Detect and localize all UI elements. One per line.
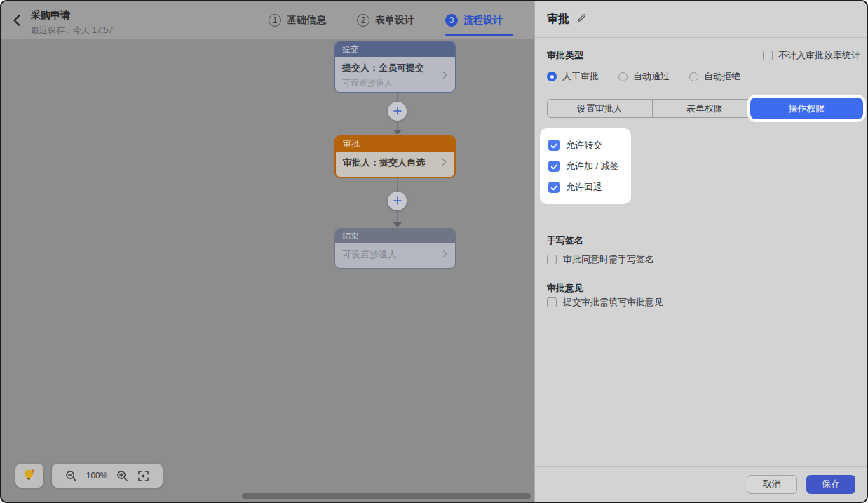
arrow-down-icon (393, 222, 402, 227)
submit-node-body: 提交人：全员可提交 可设置抄送人 (335, 57, 455, 93)
checkbox-checked-icon (548, 140, 560, 151)
title-block: 采购申请 最近保存：今天 17:57 (31, 9, 113, 36)
step-basic-info[interactable]: 1 基础信息 (269, 14, 326, 27)
step-form-design[interactable]: 2 表单设计 (357, 14, 414, 27)
approval-node-title: 审批人：提交人自选 (343, 156, 430, 169)
radio-label: 自动通过 (633, 70, 670, 83)
chevron-right-icon (442, 69, 447, 82)
comment-checkbox[interactable]: 提交审批需填写审批意见 (547, 296, 663, 309)
panel-title: 审批 (547, 12, 569, 27)
arrow-down-icon (393, 130, 402, 135)
add-node-button[interactable] (388, 102, 407, 121)
top-header: 采购申请 最近保存：今天 17:57 1 基础信息 2 表单设计 3 流程设计 (1, 1, 534, 39)
allow-rollback-checkbox[interactable]: 允许回退 (540, 181, 631, 194)
chevron-right-icon (442, 156, 447, 169)
submit-node-title: 提交人：全员可提交 (342, 62, 431, 74)
save-button[interactable]: 保存 (806, 475, 855, 494)
edit-name-button[interactable] (576, 13, 587, 26)
end-node-header: 结束 (335, 229, 455, 243)
tab-set-approver[interactable]: 设置审批人 (548, 100, 652, 117)
step-label: 流程设计 (463, 14, 503, 27)
back-button[interactable] (10, 14, 25, 29)
radio-label: 人工审批 (562, 70, 599, 83)
page-title: 采购申请 (31, 9, 113, 22)
submit-node[interactable]: 提交 提交人：全员可提交 可设置抄送人 (334, 41, 456, 93)
panel-header: 审批 (535, 1, 867, 38)
radio-label: 自动拒绝 (704, 70, 740, 83)
cancel-button[interactable]: 取消 (747, 475, 797, 494)
approval-type-options: 人工审批 自动通过 自动拒绝 (547, 70, 740, 83)
step-flow-design[interactable]: 3 流程设计 (445, 14, 503, 27)
radio-selected-icon (547, 72, 557, 81)
lightbulb-icon (22, 467, 36, 484)
checkbox-checked-icon (548, 182, 560, 193)
chevron-right-icon (442, 248, 447, 261)
step-number: 1 (269, 14, 281, 27)
efficiency-checkbox-label: 不计入审批效率统计 (778, 49, 860, 62)
end-node-body: 可设置抄送人 (335, 243, 455, 266)
signature-checkbox-label: 审批同意时需手写签名 (563, 253, 654, 266)
approval-node[interactable]: 审批 审批人：提交人自选 (334, 135, 456, 178)
tips-button[interactable] (15, 464, 43, 488)
fit-view-button[interactable] (137, 470, 149, 482)
radio-auto-approve[interactable]: 自动通过 (618, 70, 670, 83)
step-number: 2 (357, 14, 369, 27)
active-step-underline (445, 34, 513, 36)
tab-operation-permission[interactable]: 操作权限 (750, 98, 863, 119)
zoom-in-button[interactable] (116, 470, 128, 482)
radio-unselected-icon (689, 72, 698, 81)
chevron-left-icon (11, 14, 24, 29)
end-node[interactable]: 结束 可设置抄送人 (334, 228, 456, 269)
checkbox-unchecked-icon (763, 51, 773, 60)
step-label: 基础信息 (287, 14, 326, 27)
allow-add-remove-signer-checkbox[interactable]: 允许加 / 减签 (540, 160, 631, 173)
plus-icon (393, 105, 402, 118)
settings-panel: 审批 审批类型 不计入审批效率统计 人工审批 自动通过 自动拒绝 (534, 1, 867, 502)
approval-type-label: 审批类型 (547, 49, 583, 62)
submit-node-header: 提交 (335, 41, 455, 57)
permission-label: 允许转交 (566, 139, 602, 152)
permission-label: 允许回退 (566, 181, 602, 194)
step-number: 3 (445, 14, 458, 27)
zoom-level: 100% (86, 471, 108, 481)
horizontal-scrollbar[interactable] (242, 493, 531, 499)
checkbox-unchecked-icon (547, 255, 557, 264)
permission-label: 允许加 / 减签 (566, 160, 619, 173)
radio-unselected-icon (618, 72, 628, 81)
approval-node-header: 审批 (336, 137, 454, 152)
approval-node-body: 审批人：提交人自选 (336, 152, 454, 174)
submit-node-subtitle: 可设置抄送人 (342, 77, 431, 89)
section-divider (547, 220, 862, 220)
allow-transfer-checkbox[interactable]: 允许转交 (540, 139, 631, 152)
permission-tabs: 设置审批人 表单权限 操作权限 (547, 99, 862, 118)
checkbox-checked-icon (548, 161, 560, 172)
app-window: 采购申请 最近保存：今天 17:57 1 基础信息 2 表单设计 3 流程设计 … (0, 0, 868, 503)
add-node-button[interactable] (388, 192, 407, 210)
comment-section-label: 审批意见 (547, 282, 583, 295)
end-node-title: 可设置抄送人 (342, 248, 431, 261)
efficiency-checkbox[interactable]: 不计入审批效率统计 (763, 49, 860, 62)
radio-manual-approval[interactable]: 人工审批 (547, 70, 599, 83)
last-saved-text: 最近保存：今天 17:57 (31, 25, 113, 36)
step-label: 表单设计 (375, 14, 414, 27)
operation-permission-spotlight: 允许转交 允许加 / 减签 允许回退 (540, 128, 631, 204)
canvas-zoom-toolbar: 100% (52, 464, 163, 488)
comment-checkbox-label: 提交审批需填写审批意见 (563, 296, 663, 309)
plus-icon (393, 195, 402, 208)
signature-checkbox[interactable]: 审批同意时需手写签名 (547, 253, 654, 266)
zoom-out-button[interactable] (65, 470, 77, 482)
radio-auto-reject[interactable]: 自动拒绝 (689, 70, 740, 83)
tab-form-permission[interactable]: 表单权限 (652, 100, 758, 117)
panel-footer: 取消 保存 (535, 466, 867, 502)
checkbox-unchecked-icon (547, 297, 557, 307)
signature-section-label: 手写签名 (547, 234, 583, 247)
